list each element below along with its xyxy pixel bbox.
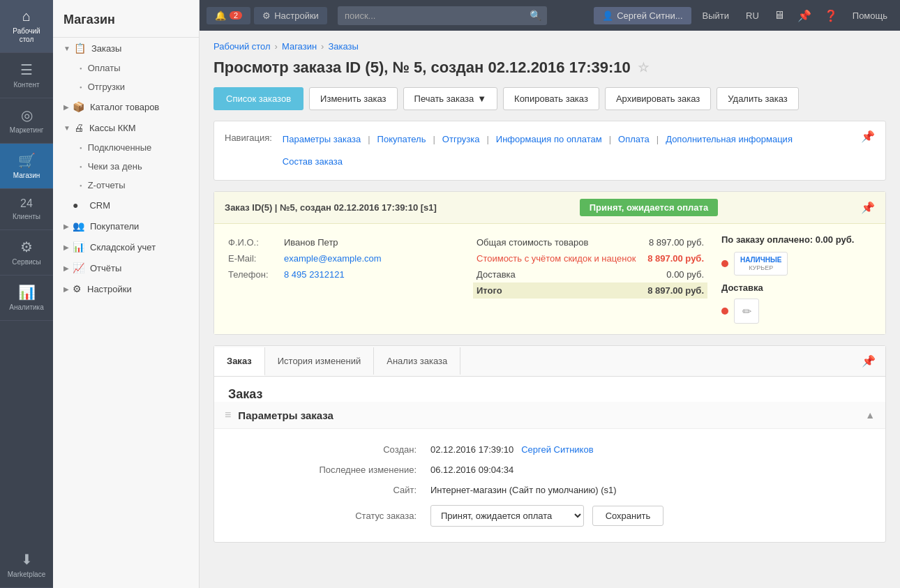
settings-icon: ⚙ [73,283,82,294]
user-button[interactable]: 👤 Сергей Ситни... [594,7,691,24]
kassa-arrow: ▼ [63,124,70,132]
navigation-label: Навигация: [225,130,272,146]
save-button[interactable]: Сохранить [592,506,664,526]
created-by-link[interactable]: Сергей Ситников [521,444,593,455]
sidebar-icons: ⌂ Рабочийстол ☰ Контент ◎ Маркетинг 🛒 Ма… [0,0,53,588]
search-input[interactable] [338,6,547,25]
tab-history[interactable]: История изменений [265,347,375,375]
list-orders-button[interactable]: Список заказов [213,87,303,110]
help-icon[interactable]: ❓ [820,6,841,26]
email-link[interactable]: example@example.com [284,253,382,264]
sidebar-item-content[interactable]: ☰ Контент [0,53,53,98]
sidebar-item-daily[interactable]: Чеки за день [53,157,199,176]
edit-order-button[interactable]: Изменить заказ [309,87,397,110]
delivery-icon: ✏ [742,305,751,318]
breadcrumb-orders[interactable]: Заказы [328,41,358,52]
payment-logo-box: НАЛИЧНЫЕ КУРЬЕР [734,252,788,276]
sidebar-item-zreports[interactable]: Z-отчеты [53,176,199,195]
sidebar-item-marketplace[interactable]: ⬇ Marketplace [0,543,53,588]
sidebar-nav: Магазин ▼ 📋 Заказы Оплаты Отгрузки ▶ 📦 К… [53,0,200,588]
settings-button[interactable]: ⚙ Настройки [254,7,327,24]
sidebar-item-analytics[interactable]: 📊 Аналитика [0,276,53,321]
order-card-pin-icon[interactable]: 📌 [861,201,875,214]
status-cell: Принят, ожидается оплата В обработке Вып… [423,500,871,532]
bell-icon: 🔔 [215,10,226,21]
sidebar-item-catalog[interactable]: ▶ 📦 Каталог товаров [53,96,199,117]
fio-value: Иванов Петр [280,234,459,250]
kassa-icon: 🖨 [74,122,84,133]
marketing-icon: ◎ [21,107,33,123]
goods-row: Общая стоимость товаров 8 897.00 руб. [473,234,707,250]
sidebar-item-shipments[interactable]: Отгрузки [53,77,199,96]
drag-icon[interactable]: ≡ [225,409,231,421]
order-card-header: Заказ ID(5) | №5, создан 02.12.2016 17:3… [214,192,885,224]
last-change-label: Последнее изменение: [228,460,423,480]
order-payment-section: По заказу оплачено: 0.00 руб. НАЛИЧНЫЕ К… [721,234,875,324]
search-container: 🔍 [338,6,547,25]
total-value: 8 897.00 руб. [643,282,707,299]
sidebar-item-services[interactable]: ⚙ Сервисы [0,230,53,276]
sidebar-item-payments[interactable]: Оплаты [53,59,199,77]
archive-order-button[interactable]: Архивировать заказ [605,87,711,110]
breadcrumb-shop[interactable]: Магазин [282,41,317,52]
sidebar-item-reports[interactable]: ▶ 📈 Отчёты [53,257,199,278]
connected-label: Подключенные [88,142,152,153]
nav-link-composition[interactable]: Состав заказа [279,152,346,171]
sidebar-item-orders[interactable]: ▼ 📋 Заказы [53,38,199,59]
sidebar-item-marketing[interactable]: ◎ Маркетинг [0,98,53,144]
notifications-badge: 2 [230,11,242,20]
display-icon[interactable]: 🖥 [770,6,788,25]
sidebar-item-shop[interactable]: 🛒 Магазин [0,144,53,189]
buyers-icon: 👥 [73,220,84,232]
topbar: 🔔 2 ⚙ Настройки 🔍 👤 Сергей Ситни... Выйт… [200,0,900,31]
sidebar-item-settings-shop[interactable]: ▶ ⚙ Настройки [53,278,199,299]
reports-icon: 📈 [73,262,84,273]
tab-analysis[interactable]: Анализ заказа [374,347,460,375]
sidebar-item-marketplace-label: Marketplace [8,571,45,579]
sidebar-item-warehouse[interactable]: ▶ 📊 Складской учет [53,236,199,257]
lang-button[interactable]: RU [740,7,765,24]
services-icon: ⚙ [20,239,33,255]
tabs-pin-icon[interactable]: 📌 [852,346,885,376]
action-bar: Список заказов Изменить заказ Печать зак… [213,87,886,110]
print-order-label: Печать заказа [414,93,474,104]
print-order-button[interactable]: Печать заказа ▼ [403,87,498,110]
order-card-body: Ф.И.О.: Иванов Петр E-Mail: example@exam… [214,224,885,335]
created-value: 02.12.2016 17:39:10 Сергей Ситников [423,439,871,460]
status-select[interactable]: Принят, ожидается оплата В обработке Вып… [430,505,584,527]
help-label[interactable]: Помощь [847,7,893,24]
breadcrumb-home[interactable]: Рабочий стол [213,41,271,52]
total-label: Итого [473,282,643,299]
sidebar-item-crm[interactable]: ● CRM [53,195,199,216]
nav-link-payment-info[interactable]: Информация по оплатам [493,130,606,149]
sidebar-item-clients[interactable]: 24 Клиенты [0,189,53,230]
tab-order[interactable]: Заказ [214,347,265,376]
sidebar-item-connected[interactable]: Подключенные [53,138,199,157]
payment-paid-text: По заказу оплачено: 0.00 руб. [721,234,875,245]
bookmark-icon[interactable]: 📌 [794,6,815,26]
nav-link-order-params[interactable]: Параметры заказа [279,130,364,149]
sidebar-item-buyers[interactable]: ▶ 👥 Покупатели [53,216,199,236]
breadcrumb: Рабочий стол › Магазин › Заказы [213,41,886,52]
order-params-table: Создан: 02.12.2016 17:39:10 Сергей Ситни… [228,439,871,532]
nav-link-payment[interactable]: Оплата [615,130,653,149]
collapse-icon[interactable]: ▲ [865,409,875,421]
favorite-icon[interactable]: ☆ [638,60,649,75]
sidebar-item-home-label: Рабочийстол [13,27,40,44]
sidebar-item-home[interactable]: ⌂ Рабочийстол [0,0,53,53]
marketplace-icon: ⬇ [21,551,33,568]
phone-link[interactable]: 8 495 2312121 [284,269,345,280]
logout-button[interactable]: Выйти [697,7,735,24]
sidebar-item-kassa[interactable]: ▼ 🖨 Кассы ККМ [53,117,199,138]
nav-panel-pin-icon[interactable]: 📌 [861,130,875,143]
total-row: Итого 8 897.00 руб. [473,282,707,299]
nav-link-additional[interactable]: Дополнительная информация [662,130,796,149]
delete-order-button[interactable]: Удалить заказ [717,87,798,110]
nav-link-buyer[interactable]: Покупатель [374,130,430,149]
totals-table: Общая стоимость товаров 8 897.00 руб. Ст… [473,234,707,299]
copy-order-button[interactable]: Копировать заказ [503,87,599,110]
created-date: 02.12.2016 17:39:10 [430,444,513,455]
nav-link-shipment[interactable]: Отгрузка [439,130,483,149]
notifications-button[interactable]: 🔔 2 [207,7,250,24]
kassa-label: Кассы ККМ [89,123,136,133]
